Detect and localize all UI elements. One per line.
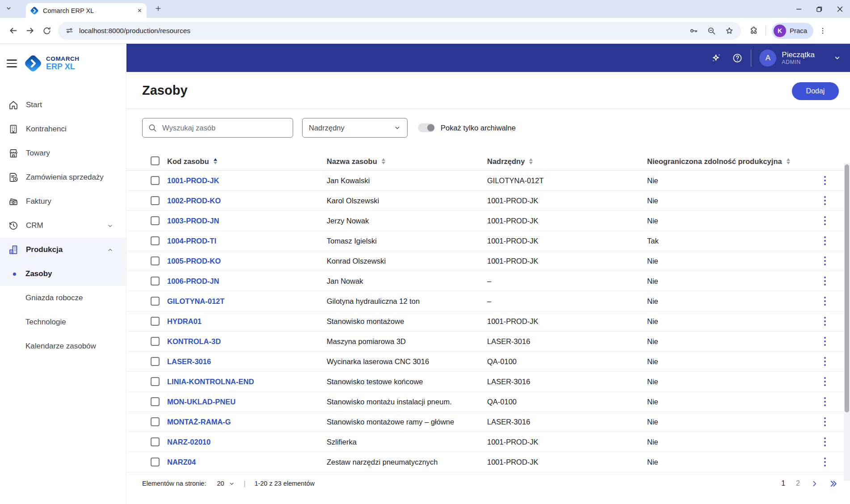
user-avatar[interactable]: A bbox=[759, 50, 776, 67]
page-button-2[interactable]: 2 bbox=[796, 479, 800, 487]
browser-tab[interactable]: Comarch ERP XL bbox=[26, 3, 147, 18]
row-checkbox[interactable] bbox=[151, 377, 160, 386]
row-checkbox[interactable] bbox=[151, 297, 160, 306]
bookmark-star-icon[interactable] bbox=[725, 26, 734, 35]
scrollbar-thumb[interactable] bbox=[845, 164, 849, 412]
row-checkbox[interactable] bbox=[151, 437, 160, 446]
forward-button[interactable] bbox=[21, 22, 38, 39]
row-menu-button[interactable] bbox=[818, 294, 832, 308]
row-menu-button[interactable] bbox=[818, 375, 832, 388]
row-checkbox[interactable] bbox=[151, 216, 160, 225]
resource-code-link[interactable]: LASER-3016 bbox=[167, 352, 211, 372]
search-input[interactable] bbox=[161, 123, 287, 133]
window-minimize-button[interactable] bbox=[788, 0, 809, 18]
per-page-chevron-icon[interactable] bbox=[228, 480, 235, 487]
archive-toggle[interactable] bbox=[418, 123, 435, 132]
user-menu-chevron-icon[interactable] bbox=[833, 54, 841, 62]
resource-code-link[interactable]: 1001-PROD-JK bbox=[167, 171, 219, 191]
site-settings-icon[interactable] bbox=[65, 26, 74, 35]
row-checkbox[interactable] bbox=[151, 458, 160, 466]
password-key-icon[interactable] bbox=[689, 26, 698, 35]
resource-code-link[interactable]: 1006-PROD-JN bbox=[167, 271, 219, 291]
row-checkbox[interactable] bbox=[151, 236, 160, 245]
tab-close-icon[interactable] bbox=[137, 8, 142, 13]
row-checkbox[interactable] bbox=[151, 196, 160, 205]
resource-code-link[interactable]: 1003-PROD-JN bbox=[167, 211, 219, 231]
browser-profile-chip[interactable]: K Praca bbox=[772, 23, 813, 39]
page-button-1[interactable]: 1 bbox=[781, 479, 785, 487]
sidebar-item-kontrahenci[interactable]: Kontrahenci bbox=[0, 117, 126, 141]
row-checkbox[interactable] bbox=[151, 176, 160, 185]
sidebar-item-technologie[interactable]: Technologie bbox=[0, 310, 126, 334]
help-icon[interactable] bbox=[732, 53, 743, 63]
window-restore-button[interactable] bbox=[809, 0, 829, 18]
resource-code-link[interactable]: MONTAŻ-RAMA-G bbox=[167, 412, 231, 432]
url-bar[interactable]: localhost:8000/production/resources bbox=[58, 22, 741, 40]
resource-code-link[interactable]: KONTROLA-3D bbox=[167, 332, 221, 352]
row-checkbox[interactable] bbox=[151, 277, 160, 286]
resource-code-link[interactable]: NARZ-02010 bbox=[167, 432, 210, 452]
resource-code-link[interactable]: NARZ04 bbox=[167, 452, 196, 472]
browser-menu-icon[interactable] bbox=[819, 27, 827, 35]
sidebar-item-zasoby[interactable]: Zasoby bbox=[0, 262, 126, 286]
hamburger-menu-icon[interactable] bbox=[7, 59, 17, 67]
column-header-nieograniczona[interactable]: Nieograniczona zdolność produkcyjna bbox=[647, 152, 790, 171]
extensions-puzzle-icon[interactable] bbox=[749, 26, 758, 35]
column-header-nazwa-zasobu[interactable]: Nazwa zasobu bbox=[327, 152, 385, 171]
sort-icon[interactable] bbox=[787, 158, 790, 165]
column-header-nadrzedny[interactable]: Nadrzędny bbox=[487, 152, 533, 171]
search-field[interactable] bbox=[142, 118, 293, 138]
row-menu-button[interactable] bbox=[818, 415, 832, 428]
row-menu-button[interactable] bbox=[818, 234, 832, 248]
row-menu-button[interactable] bbox=[818, 194, 832, 207]
row-menu-button[interactable] bbox=[818, 174, 832, 187]
sort-icon[interactable] bbox=[214, 158, 217, 165]
resource-code-link[interactable]: 1002-PROD-KO bbox=[167, 191, 221, 211]
column-header-kod-zasobu[interactable]: Kod zasobu bbox=[167, 152, 217, 171]
sidebar-item-crm[interactable]: CRM bbox=[0, 214, 126, 238]
window-close-button[interactable] bbox=[829, 0, 850, 18]
row-menu-button[interactable] bbox=[818, 455, 832, 469]
sort-icon[interactable] bbox=[529, 158, 533, 165]
resource-code-link[interactable]: LINIA-KONTROLNA-END bbox=[167, 372, 254, 392]
row-menu-button[interactable] bbox=[818, 315, 832, 328]
next-page-icon[interactable] bbox=[811, 480, 818, 487]
row-checkbox[interactable] bbox=[151, 417, 160, 426]
resource-code-link[interactable]: HYDRA01 bbox=[167, 311, 202, 332]
row-menu-button[interactable] bbox=[818, 335, 832, 348]
resource-code-link[interactable]: 1005-PROD-KO bbox=[167, 251, 221, 271]
add-button[interactable]: Dodaj bbox=[792, 82, 839, 100]
resource-code-link[interactable]: 1004-PROD-TI bbox=[167, 231, 216, 251]
row-menu-button[interactable] bbox=[818, 355, 832, 368]
new-tab-button[interactable] bbox=[155, 5, 162, 12]
row-checkbox[interactable] bbox=[151, 256, 160, 265]
row-checkbox[interactable] bbox=[151, 397, 160, 406]
last-page-icon[interactable] bbox=[829, 479, 837, 488]
row-checkbox[interactable] bbox=[151, 357, 160, 366]
per-page-value[interactable]: 20 bbox=[217, 480, 224, 487]
row-menu-button[interactable] bbox=[818, 254, 832, 268]
sparkles-ai-icon[interactable] bbox=[711, 52, 722, 64]
sidebar-item-zamowienia[interactable]: Zamówienia sprzedaży bbox=[0, 165, 126, 189]
reload-button[interactable] bbox=[38, 22, 55, 39]
tab-search-chevron-icon[interactable] bbox=[5, 5, 12, 12]
row-menu-button[interactable] bbox=[818, 274, 832, 288]
back-button[interactable] bbox=[4, 22, 21, 39]
resource-code-link[interactable]: MON-UKLAD-PNEU bbox=[167, 392, 236, 412]
zoom-out-icon[interactable] bbox=[707, 26, 716, 35]
sidebar-item-start[interactable]: Start bbox=[0, 93, 126, 117]
row-checkbox[interactable] bbox=[151, 317, 160, 326]
sidebar-item-faktury[interactable]: Faktury bbox=[0, 189, 126, 214]
row-menu-button[interactable] bbox=[818, 395, 832, 408]
row-menu-button[interactable] bbox=[818, 435, 832, 449]
url-text[interactable]: localhost:8000/production/resources bbox=[79, 27, 689, 35]
sidebar-item-produkcja[interactable]: Produkcja bbox=[0, 238, 126, 262]
parent-filter-select[interactable]: Nadrzędny bbox=[302, 118, 408, 138]
sidebar-item-towary[interactable]: Towary bbox=[0, 141, 126, 165]
row-checkbox[interactable] bbox=[151, 337, 160, 346]
sidebar-item-gniazda-robocze[interactable]: Gniazda robocze bbox=[0, 286, 126, 310]
sidebar-item-kalendarze-zasobow[interactable]: Kalendarze zasobów bbox=[0, 334, 126, 358]
sort-icon[interactable] bbox=[382, 158, 385, 165]
select-all-checkbox[interactable] bbox=[151, 156, 160, 165]
resource-code-link[interactable]: GILOTYNA-012T bbox=[167, 291, 224, 311]
